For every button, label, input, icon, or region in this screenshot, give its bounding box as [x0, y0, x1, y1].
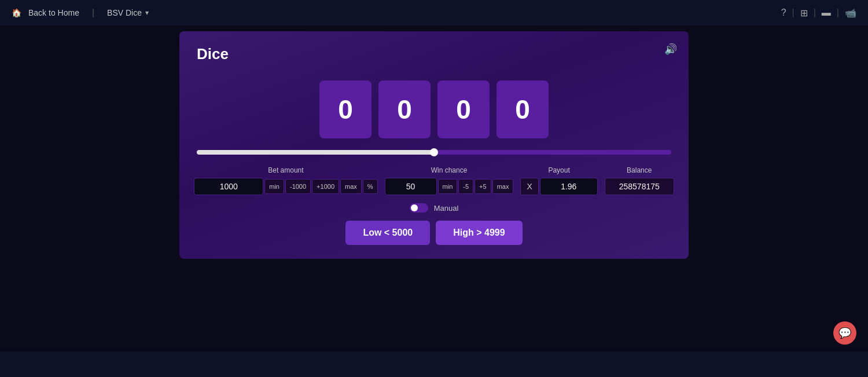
win-min-button[interactable]: min — [438, 179, 458, 194]
sound-icon[interactable]: 🔊 — [664, 43, 677, 56]
bottom-bar — [0, 352, 868, 377]
payout-label: Payout — [548, 166, 569, 174]
bet-buttons-row: Low < 5000 High > 4999 — [197, 221, 671, 245]
win-chance-group: Win chance min -5 +5 max — [385, 166, 514, 195]
bet-min-button[interactable]: min — [264, 179, 284, 194]
nav-right: ? | ⊞ | ▬ | 📹 — [781, 8, 856, 19]
nav-left: 🏠 Back to Home | BSV Dice ▾ — [12, 8, 149, 18]
bet-amount-group: Bet amount min -1000 +1000 max % — [194, 166, 377, 195]
game-title-nav[interactable]: BSV Dice ▾ — [107, 8, 149, 17]
toggle-knob — [411, 204, 418, 211]
bet-percent-button[interactable]: % — [363, 179, 378, 194]
x-label: X — [520, 178, 538, 195]
video-icon[interactable]: 📹 — [845, 8, 856, 19]
dice-card-1: 0 — [319, 80, 372, 138]
dice-card-4: 0 — [496, 80, 549, 138]
wallet-icon[interactable]: ▬ — [822, 8, 831, 18]
bet-amount-label: Bet amount — [268, 166, 303, 174]
payout-input[interactable] — [540, 178, 598, 195]
help-icon[interactable]: ? — [781, 8, 786, 18]
low-bet-button[interactable]: Low < 5000 — [345, 221, 430, 245]
balance-label: Balance — [627, 166, 652, 174]
win-plus-button[interactable]: +5 — [475, 179, 491, 194]
balance-input — [605, 178, 674, 195]
slider-container[interactable] — [197, 150, 671, 155]
nav-pipe-2: | — [814, 8, 816, 18]
dice-display: 0 0 0 0 — [197, 80, 671, 138]
manual-toggle[interactable] — [410, 203, 428, 213]
payout-group: Payout X — [520, 166, 597, 195]
manual-row: Manual — [197, 203, 671, 213]
nav-pipe-3: | — [837, 8, 839, 18]
bet-max-button[interactable]: max — [340, 179, 362, 194]
dice-card-3: 0 — [437, 80, 490, 138]
high-bet-button[interactable]: High > 4999 — [436, 221, 522, 245]
navbar: 🏠 Back to Home | BSV Dice ▾ ? | ⊞ | ▬ | … — [0, 0, 868, 25]
win-chance-input[interactable] — [385, 178, 437, 195]
win-max-button[interactable]: max — [492, 179, 514, 194]
win-chance-inputs: min -5 +5 max — [385, 178, 514, 195]
nav-pipe-1: | — [792, 8, 795, 18]
controls-row: Bet amount min -1000 +1000 max % Win cha… — [197, 166, 671, 195]
balance-group: Balance — [605, 166, 674, 195]
bet-plus-button[interactable]: +1000 — [312, 179, 339, 194]
manual-label: Manual — [434, 204, 459, 213]
slider-track — [197, 150, 671, 155]
slider-thumb — [430, 148, 438, 156]
home-icon: 🏠 — [12, 8, 21, 17]
chat-icon: 💬 — [838, 327, 851, 339]
bet-minus-button[interactable]: -1000 — [285, 179, 311, 194]
page-title: Dice — [197, 45, 671, 63]
win-minus-button[interactable]: -5 — [458, 179, 473, 194]
balance-inputs — [605, 178, 674, 195]
dice-card-2: 0 — [378, 80, 431, 138]
chat-bubble-button[interactable]: 💬 — [833, 321, 856, 345]
win-chance-label: Win chance — [431, 166, 468, 174]
main-area: Dice 🔊 0 0 0 0 Bet amount min -1000 — [0, 25, 868, 352]
chevron-down-icon: ▾ — [145, 9, 149, 17]
bet-amount-input[interactable] — [194, 178, 263, 195]
nav-separator-1: | — [92, 8, 94, 18]
payout-inputs: X — [520, 178, 597, 195]
bet-amount-inputs: min -1000 +1000 max % — [194, 178, 377, 195]
game-panel: Dice 🔊 0 0 0 0 Bet amount min -1000 — [179, 31, 689, 259]
grid-icon[interactable]: ⊞ — [800, 8, 808, 19]
back-to-home-link[interactable]: Back to Home — [28, 8, 79, 17]
